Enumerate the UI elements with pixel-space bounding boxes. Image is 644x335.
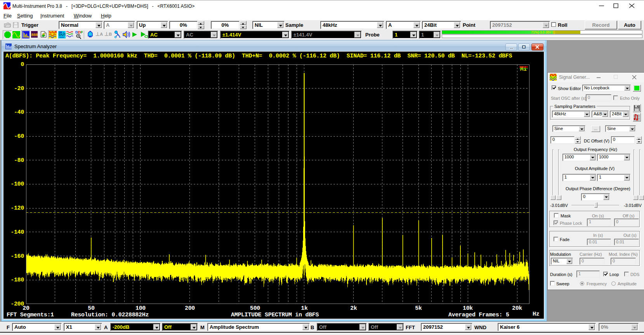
svg-text:DDP: DDP — [75, 30, 83, 34]
svg-text:DUT: DUT — [59, 33, 66, 36]
svg-text:888: 888 — [31, 33, 38, 37]
svg-text:Mi: Mi — [520, 66, 527, 72]
